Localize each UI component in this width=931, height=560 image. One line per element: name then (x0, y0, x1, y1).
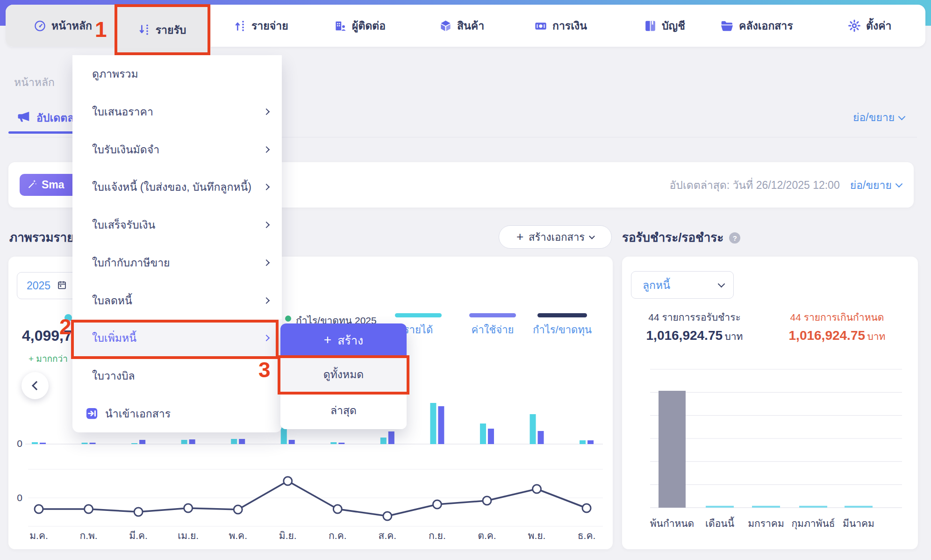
nav-item-label: รายจ่าย (251, 17, 288, 34)
pending-stats: 44 รายการรอรับชำระ 1,016,924.75 บาท (627, 309, 762, 344)
nav-item-2[interactable]: รายจ่าย (235, 5, 288, 47)
submenu-view-all-item[interactable]: ดูทั้งหมด (280, 357, 407, 392)
legend-line-1[interactable] (469, 313, 516, 317)
legend-line-2[interactable] (537, 313, 587, 317)
chevron-right-icon (263, 259, 270, 266)
menu-item-8[interactable]: ใบวางบิล (72, 357, 282, 395)
plus-icon: + (324, 332, 331, 347)
svg-text:พ้นกำหนด: พ้นกำหนด (650, 518, 695, 529)
menu-item-label: ใบรับเงินมัดจำ (92, 141, 159, 158)
chevron-down-icon (898, 113, 906, 120)
carousel-prev-button[interactable] (21, 372, 49, 399)
menu-item-5[interactable]: ใบกำกับภาษีขาย (72, 244, 282, 282)
svg-text:ส.ค.: ส.ค. (379, 530, 397, 541)
accounting-icon (644, 20, 657, 32)
menu-item-1[interactable]: ใบเสนอราคา (72, 93, 282, 131)
receivables-section-header: รอรับชำระ/รอชำระ ? (622, 228, 740, 247)
svg-text:กุมภาพันธ์: กุมภาพันธ์ (791, 518, 835, 530)
menu-item-9[interactable]: นำเข้าเอกสาร (72, 395, 282, 432)
svg-text:0: 0 (17, 438, 22, 449)
settings-icon (848, 19, 861, 32)
nav-item-0[interactable]: หน้าหลัก (34, 5, 92, 47)
debtor-filter-value: ลูกหนี้ (643, 277, 670, 294)
svg-text:พ.ค.: พ.ค. (229, 530, 247, 541)
finance-icon (534, 19, 547, 32)
app-screen: หน้าหลักรายจ่ายผู้ติดต่อสินค้าการเงินบัญ… (0, 0, 931, 560)
nav-item-label: การเงิน (552, 17, 587, 34)
svg-text:ม.ค.: ม.ค. (29, 530, 48, 541)
chevron-left-icon (32, 381, 41, 390)
submenu-latest-item[interactable]: ล่าสุด (280, 392, 407, 429)
menu-item-6[interactable]: ใบลดหนี้ (72, 281, 282, 319)
year-selector[interactable]: 2025 (17, 272, 77, 299)
legend-label-2[interactable]: กำไร/ขาดทุน (533, 322, 592, 338)
svg-text:ก.ย.: ก.ย. (429, 530, 446, 541)
create-document-label: สร้างเอกสาร (529, 229, 585, 245)
calendar-icon (57, 280, 67, 292)
expense-icon (235, 20, 246, 32)
chevron-right-icon (263, 222, 270, 228)
tutorial-step-3: 3 (258, 359, 271, 381)
svg-text:0: 0 (17, 492, 22, 503)
receivables-section-title: รอรับชำระ/รอชำระ (622, 228, 723, 247)
chevron-right-icon (263, 184, 270, 190)
svg-text:ก.ค.: ก.ค. (329, 530, 346, 541)
menu-item-7[interactable]: ใบเพิ่มหนี้ (72, 319, 282, 357)
smart-badge-label: Sma (42, 179, 64, 191)
overdue-amount: 1,016,924.75 (789, 328, 866, 343)
overview-total-amount: 4,099,74 (22, 327, 80, 345)
menu-item-label: ใบวางบิล (92, 367, 135, 384)
debtor-filter-select[interactable]: ลูกหนี้ (631, 271, 734, 299)
pending-count: 44 รายการรอรับชำระ (627, 309, 762, 325)
tutorial-step-1: 1 (95, 19, 107, 40)
svg-text:มี.ค.: มี.ค. (129, 530, 148, 541)
svg-text:มิ.ย.: มิ.ย. (279, 530, 297, 541)
chevron-right-icon (263, 335, 270, 341)
menu-item-3[interactable]: ใบแจ้งหนี้ (ใบส่งของ, บันทึกลูกหนี้) (72, 168, 282, 206)
overdue-unit-label: บาท (867, 331, 885, 342)
nav-item-label: สินค้า (457, 17, 484, 34)
chevron-right-icon (263, 108, 270, 115)
collapse-expand-link-banner[interactable]: ย่อ/ขยาย (850, 177, 902, 194)
pending-unit-label: บาท (724, 331, 743, 342)
menu-item-label: ใบแจ้งหนี้ (ใบส่งของ, บันทึกลูกหนี้) (92, 179, 251, 195)
nav-item-8[interactable]: ตั้งค่า (848, 5, 891, 47)
legend-label-1[interactable]: ค่าใช้จ่าย (465, 322, 521, 338)
submenu-create-button[interactable]: + สร้าง (280, 323, 407, 357)
green-dot-icon (285, 316, 291, 322)
nav-item-label: ตั้งค่า (866, 17, 891, 34)
nav-item-label: หน้าหลัก (51, 17, 92, 34)
nav-item-5[interactable]: การเงิน (534, 5, 587, 47)
menu-item-0[interactable]: ดูภาพรวม (72, 55, 282, 93)
svg-text:มกราคม: มกราคม (748, 518, 784, 529)
nav-item-1[interactable]: รายรับ (139, 22, 186, 38)
svg-text:มีนาคม: มีนาคม (843, 518, 874, 529)
menu-item-4[interactable]: ใบเสร็จรับเงิน (72, 206, 282, 244)
submenu-create-label: สร้าง (337, 331, 363, 350)
menu-item-label: ใบเพิ่มหนี้ (92, 330, 136, 346)
debit-note-submenu: + สร้าง ดูทั้งหมด ล่าสุด (280, 323, 407, 429)
collapse-expand-label: ย่อ/ขยาย (853, 109, 895, 126)
nav-item-6[interactable]: บัญชี (644, 5, 685, 47)
income-icon (139, 23, 150, 36)
nav-item-label: ผู้ติดต่อ (352, 17, 386, 34)
chevron-down-icon (895, 180, 903, 188)
tab-updates[interactable]: อัปเดตล (17, 109, 74, 126)
megaphone-icon (17, 109, 31, 126)
import-icon (85, 406, 99, 421)
svg-text:ธ.ค.: ธ.ค. (578, 530, 596, 541)
menu-item-2[interactable]: ใบรับเงินมัดจำ (72, 130, 282, 168)
help-icon[interactable]: ? (729, 232, 740, 244)
nav-item-label: บัญชี (662, 17, 685, 34)
menu-item-label: ใบเสนอราคา (92, 103, 153, 120)
nav-item-3[interactable]: ผู้ติดต่อ (334, 5, 386, 47)
nav-item-4[interactable]: สินค้า (439, 5, 484, 47)
plus-icon: + (516, 230, 523, 244)
create-document-button[interactable]: + สร้างเอกสาร (499, 225, 612, 249)
collapse-expand-link-top[interactable]: ย่อ/ขยาย (853, 109, 904, 126)
menu-item-label: ใบเสร็จรับเงิน (92, 216, 155, 233)
nav-item-7[interactable]: คลังเอกสาร (720, 5, 793, 47)
chevron-right-icon (263, 297, 270, 303)
chevron-right-icon (263, 146, 270, 153)
legend-line-0[interactable] (395, 313, 442, 317)
